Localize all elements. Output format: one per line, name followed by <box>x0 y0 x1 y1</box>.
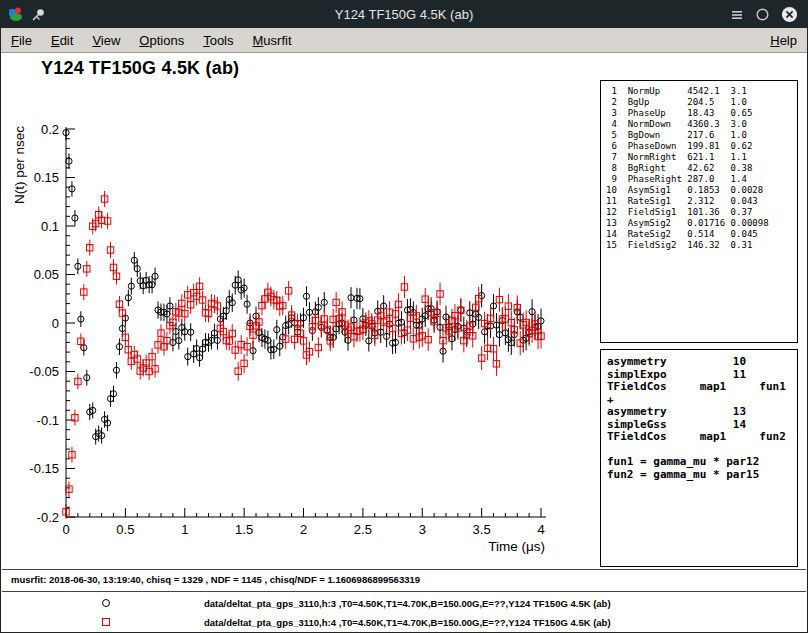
svg-text:0: 0 <box>52 316 59 331</box>
svg-text:4: 4 <box>537 522 544 537</box>
legend-label: data/deltat_pta_gps_3110,h:4 ,T0=4.50K,T… <box>204 617 611 628</box>
menu-help-rest: elp <box>780 33 797 48</box>
plot-canvas[interactable]: -0.2-0.15-0.1-0.0500.050.10.150.200.511.… <box>9 91 565 561</box>
separator-line-top <box>2 569 806 570</box>
square-marker-icon <box>102 618 110 626</box>
svg-text:1.5: 1.5 <box>235 522 253 537</box>
menu-options[interactable]: Options <box>139 33 184 48</box>
svg-text:0.05: 0.05 <box>34 267 59 282</box>
ring-icon[interactable] <box>755 7 770 22</box>
separator-line-bottom <box>2 591 806 592</box>
svg-text:0.2: 0.2 <box>41 122 59 137</box>
menu-musrfit[interactable]: Musrfit <box>253 33 292 48</box>
svg-text:3: 3 <box>419 522 426 537</box>
axes <box>66 129 546 517</box>
canvas-area: Y124 TF150G 4.5K (ab) -0.2-0.15-0.1-0.05… <box>1 53 807 632</box>
theory-box: asymmetry 10 simplExpo 11 TFieldCos map1… <box>600 349 798 567</box>
series-circles <box>63 125 544 445</box>
status-text: musrfit: 2018-06-30, 13:19:40, chisq = 1… <box>11 574 420 585</box>
parameter-box: 1 NormUp 4542.1 3.1 2 BgUp 204.5 1.0 3 P… <box>600 80 798 343</box>
menu-edit[interactable]: Edit <box>51 33 73 48</box>
svg-text:3.5: 3.5 <box>473 522 491 537</box>
app-window: Y124 TF150G 4.5K (ab) FileEditViewOption… <box>0 0 808 633</box>
svg-text:0.1: 0.1 <box>41 219 59 234</box>
pin-icon[interactable] <box>30 7 45 22</box>
menu-help[interactable]: Help <box>770 33 797 48</box>
app-icon[interactable] <box>7 6 23 22</box>
window-title: Y124 TF150G 4.5K (ab) <box>1 7 807 22</box>
close-icon[interactable] <box>781 6 798 23</box>
plot-title: Y124 TF150G 4.5K (ab) <box>41 58 239 79</box>
title-bar[interactable]: Y124 TF150G 4.5K (ab) <box>1 1 807 28</box>
svg-text:0: 0 <box>62 522 69 537</box>
svg-text:2: 2 <box>300 522 307 537</box>
legend-item: data/deltat_pta_gps_3110,h:4 ,T0=4.50K,T… <box>1 613 807 632</box>
parameter-list: 1 NormUp 4542.1 3.1 2 BgUp 204.5 1.0 3 P… <box>601 81 797 251</box>
legend-label: data/deltat_pta_gps_3110,h:3 ,T0=4.50K,T… <box>204 598 611 609</box>
circle-marker-icon <box>102 599 110 607</box>
svg-text:-0.05: -0.05 <box>29 364 59 379</box>
svg-text:-0.15: -0.15 <box>29 461 59 476</box>
plot-legend: data/deltat_pta_gps_3110,h:3 ,T0=4.50K,T… <box>1 594 807 632</box>
svg-text:-0.2: -0.2 <box>37 510 59 525</box>
svg-text:0.15: 0.15 <box>34 170 59 185</box>
series-squares <box>63 191 544 520</box>
menu-file[interactable]: File <box>11 33 32 48</box>
menu-view[interactable]: View <box>92 33 120 48</box>
svg-text:Time (μs): Time (μs) <box>488 539 545 554</box>
list-icon[interactable] <box>730 8 744 22</box>
svg-text:1: 1 <box>181 522 188 537</box>
menu-bar: FileEditViewOptionsToolsMusrfitHelp <box>1 28 807 53</box>
svg-text:0.5: 0.5 <box>116 522 134 537</box>
svg-text:-0.1: -0.1 <box>37 413 59 428</box>
svg-text:2.5: 2.5 <box>354 522 372 537</box>
theory-block: asymmetry 10 simplExpo 11 TFieldCos map1… <box>601 350 797 481</box>
menu-tools[interactable]: Tools <box>203 33 233 48</box>
legend-item: data/deltat_pta_gps_3110,h:3 ,T0=4.50K,T… <box>1 594 807 613</box>
svg-text:N(t) per nsec: N(t) per nsec <box>12 126 27 204</box>
